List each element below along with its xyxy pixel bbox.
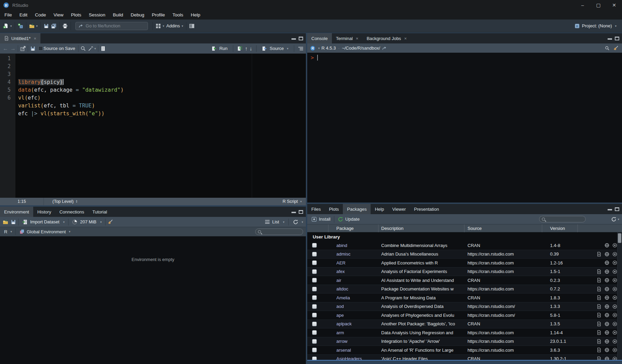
remove-package-icon[interactable] <box>612 269 617 274</box>
refresh-icon[interactable] <box>293 219 298 225</box>
tab-untitled1[interactable]: Untitled1* × <box>0 33 40 43</box>
run-button[interactable]: Run <box>210 46 229 51</box>
goto-file-function-input[interactable]: Go to file/function <box>75 22 148 30</box>
scope-selector[interactable]: (Top Level) ▲▼ <box>44 199 78 204</box>
remove-package-icon[interactable] <box>612 339 617 344</box>
tab-terminal[interactable]: Terminal× <box>332 33 363 43</box>
popout-window-icon[interactable] <box>20 46 26 51</box>
workspace-panes-button[interactable]: ▾ <box>154 23 165 29</box>
environment-selector[interactable]: Global Environment ▾ <box>18 229 72 234</box>
goto-directory-icon[interactable] <box>382 46 387 51</box>
rerun-icon[interactable] <box>237 46 243 51</box>
package-website-icon[interactable] <box>605 322 609 326</box>
open-file-button[interactable]: ▾ <box>28 23 39 29</box>
new-file-button[interactable]: ▾ <box>2 23 13 29</box>
tab-console[interactable]: Console <box>307 33 332 43</box>
find-replace-icon[interactable] <box>80 46 86 51</box>
tab-plots[interactable]: Plots <box>325 204 343 214</box>
browse-manual-icon[interactable] <box>597 295 601 300</box>
remove-package-icon[interactable] <box>612 278 617 283</box>
package-name-link[interactable]: Amelia <box>328 295 378 300</box>
save-workspace-icon[interactable] <box>11 219 16 225</box>
menu-tools[interactable]: Tools <box>169 10 187 20</box>
packages-search-input[interactable] <box>539 216 586 222</box>
menu-plots[interactable]: Plots <box>67 10 85 20</box>
package-name-link[interactable]: arrow <box>328 339 378 344</box>
package-checkbox[interactable] <box>312 313 317 317</box>
menu-code[interactable]: Code <box>31 10 50 20</box>
tab-files[interactable]: Files <box>307 204 325 214</box>
package-checkbox[interactable] <box>312 278 317 283</box>
tab-help[interactable]: Help <box>371 204 388 214</box>
package-website-icon[interactable] <box>605 348 609 352</box>
close-icon[interactable]: × <box>356 36 359 41</box>
package-name-link[interactable]: arsenal <box>328 348 378 353</box>
code-editor[interactable]: 123456 library(spicy)data(efc, package =… <box>0 54 306 198</box>
tab-connections[interactable]: Connections <box>55 207 88 217</box>
package-website-icon[interactable] <box>605 287 609 291</box>
menu-profile[interactable]: Profile <box>148 10 169 20</box>
package-website-icon[interactable] <box>605 339 609 344</box>
browse-manual-icon[interactable] <box>597 313 601 317</box>
environment-search-input[interactable] <box>255 229 303 235</box>
minimize-pane-icon[interactable] <box>291 210 296 213</box>
package-checkbox[interactable] <box>312 260 317 265</box>
maximize-pane-icon[interactable] <box>615 207 619 211</box>
remove-package-icon[interactable] <box>612 287 617 291</box>
forward-icon[interactable]: → <box>10 46 16 52</box>
package-name-link[interactable]: aplpack <box>328 321 378 326</box>
package-checkbox[interactable] <box>312 339 317 344</box>
package-checkbox[interactable] <box>312 304 317 309</box>
import-dataset-button[interactable]: Import Dataset ▾ <box>21 219 66 225</box>
menu-help[interactable]: Help <box>187 10 204 20</box>
save-all-button[interactable] <box>50 23 58 29</box>
menu-view[interactable]: View <box>50 10 67 20</box>
browse-manual-icon[interactable] <box>597 252 601 257</box>
browse-manual-icon[interactable] <box>597 278 601 283</box>
update-button[interactable]: Update <box>336 217 361 222</box>
package-checkbox[interactable] <box>312 252 317 257</box>
remove-package-icon[interactable] <box>612 295 617 300</box>
run-next-icon[interactable]: ↓ <box>250 46 252 51</box>
close-icon[interactable]: × <box>34 36 36 41</box>
package-checkbox[interactable] <box>312 269 317 274</box>
window-maximize-button[interactable]: ▢ <box>590 0 606 10</box>
remove-package-icon[interactable] <box>612 313 617 317</box>
remove-package-icon[interactable] <box>612 356 617 360</box>
memory-usage-button[interactable]: 207 MiB ▾ <box>71 219 103 225</box>
header-description[interactable]: Description <box>378 224 464 232</box>
package-checkbox[interactable] <box>312 322 317 326</box>
browse-manual-icon[interactable] <box>597 330 601 335</box>
remove-package-icon[interactable] <box>612 252 617 257</box>
tab-environment[interactable]: Environment <box>0 207 33 217</box>
package-website-icon[interactable] <box>605 304 609 309</box>
minimize-pane-icon[interactable] <box>608 37 612 40</box>
header-version[interactable]: Version <box>542 224 578 232</box>
pane-layout-button[interactable] <box>188 23 196 29</box>
minimize-pane-icon[interactable] <box>291 37 296 40</box>
package-name-link[interactable]: AER <box>328 260 378 265</box>
install-button[interactable]: Install <box>310 217 332 222</box>
clear-environment-broom-icon[interactable] <box>108 219 113 225</box>
window-minimize-button[interactable]: – <box>575 0 590 10</box>
package-name-link[interactable]: AsioHeaders <box>328 356 378 360</box>
remove-package-icon[interactable] <box>612 322 617 326</box>
search-icon[interactable] <box>605 46 610 51</box>
window-close-button[interactable]: ✕ <box>606 0 622 10</box>
header-source[interactable]: Source <box>464 224 542 232</box>
browse-manual-icon[interactable] <box>597 322 601 326</box>
cursor-position[interactable]: 1:15 <box>0 199 43 204</box>
maximize-pane-icon[interactable] <box>299 37 303 40</box>
browse-manual-icon[interactable] <box>597 304 601 309</box>
package-name-link[interactable]: aod <box>328 304 378 309</box>
language-selector[interactable]: R ▾ <box>3 229 13 234</box>
browse-manual-icon[interactable] <box>597 356 601 360</box>
maximize-pane-icon[interactable] <box>299 210 303 214</box>
package-name-link[interactable]: abind <box>328 243 378 248</box>
package-website-icon[interactable] <box>605 243 609 248</box>
package-name-link[interactable]: ape <box>328 313 378 318</box>
close-icon[interactable]: × <box>404 36 407 41</box>
maximize-pane-icon[interactable] <box>615 37 619 40</box>
remove-package-icon[interactable] <box>612 304 617 309</box>
package-name-link[interactable]: altdoc <box>328 286 378 291</box>
